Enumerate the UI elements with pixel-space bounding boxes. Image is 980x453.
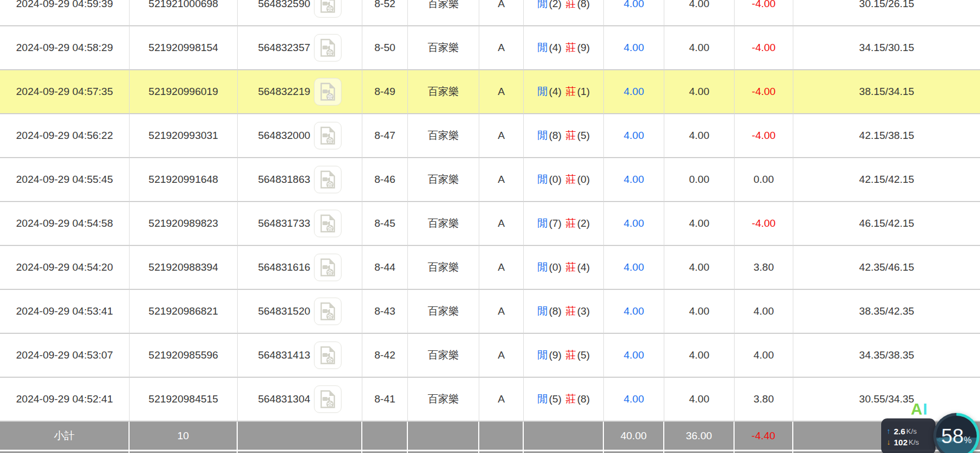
bet-id: 521920984515 [149, 393, 219, 405]
player-result-label: 閒 [537, 217, 548, 229]
bet-amount-link[interactable]: 4.00 [624, 130, 644, 141]
table-row: 2024-09-29 04:54:20 521920988394 5648316… [0, 246, 980, 290]
video-replay-button[interactable] [314, 298, 341, 325]
game-type: 百家樂 [428, 130, 459, 141]
player-result-score: (7) [549, 217, 562, 229]
seat-cell: A [479, 70, 524, 114]
download-speed-unit: K/s [909, 438, 919, 447]
video-replay-button[interactable] [314, 385, 341, 413]
balance-value: 42.15/38.15 [859, 130, 914, 141]
bet-time: 2024-09-29 04:56:22 [16, 130, 113, 141]
valid-amount: 0.00 [689, 174, 709, 185]
valid-amount: 4.00 [689, 349, 709, 361]
banker-result-label: 莊 [565, 0, 576, 9]
banker-result-score: (3) [577, 305, 590, 317]
balance-value: 30.55/34.35 [859, 393, 914, 405]
winloss-value: 3.80 [754, 261, 774, 273]
table-row: 2024-09-29 04:53:07 521920985596 5648314… [0, 334, 980, 378]
winloss-value: -4.00 [752, 86, 775, 97]
bet-amount-cell: 4.00 [604, 0, 664, 26]
game-id: 564832357 [258, 42, 310, 54]
bet-amount-cell: 4.00 [604, 70, 664, 114]
game-id: 564831413 [258, 349, 310, 361]
result-cell: 閒(8) 莊(5) [524, 114, 604, 158]
bet-amount-link[interactable]: 4.00 [624, 261, 644, 273]
game-type: 百家樂 [428, 217, 459, 229]
bet-amount-link[interactable]: 4.00 [624, 393, 644, 405]
player-result-label: 閒 [537, 130, 548, 141]
video-replay-button[interactable] [314, 210, 341, 237]
game-type-cell: 百家樂 [408, 70, 479, 114]
bet-amount-link[interactable]: 4.00 [624, 349, 644, 361]
upload-speed-unit: K/s [906, 427, 917, 436]
balance-cell: 42.35/46.15 [793, 246, 980, 290]
bet-amount-cell: 4.00 [604, 246, 664, 290]
bet-id-cell: 521920984515 [130, 378, 238, 422]
video-file-icon [320, 82, 336, 101]
seat-label: A [498, 217, 505, 229]
bet-amount-link[interactable]: 4.00 [624, 305, 644, 317]
bet-amount-link[interactable]: 4.00 [624, 174, 644, 185]
balance-cell: 34.35/38.35 [793, 334, 980, 378]
bet-time: 2024-09-29 04:52:41 [16, 393, 113, 405]
game-type-cell: 百家樂 [408, 334, 479, 378]
valid-amount: 4.00 [689, 217, 709, 229]
bet-amount-link[interactable]: 4.00 [624, 42, 644, 53]
bet-time: 2024-09-29 04:53:07 [16, 349, 113, 361]
banker-result-label: 莊 [565, 86, 576, 97]
player-result-label: 閒 [537, 349, 548, 361]
player-result-score: (4) [549, 42, 562, 53]
subtotal-bet-cell: 40.00 [604, 422, 664, 451]
subtotal-winloss-cell: -4.40 [735, 422, 793, 451]
bet-id: 521921000698 [149, 0, 219, 9]
subtotal-count: 10 [177, 430, 189, 441]
table-round-cell: 8-45 [362, 202, 408, 246]
winloss-cell: 3.80 [735, 246, 793, 290]
bet-amount-cell: 4.00 [604, 114, 664, 158]
video-replay-button[interactable] [314, 122, 341, 149]
network-speed-panel[interactable]: ↑ 2.6 K/s ↓ 102 K/s [881, 418, 936, 453]
game-type: 百家樂 [428, 393, 459, 405]
game-id: 564832219 [258, 86, 310, 98]
download-speed-value: 102 [894, 438, 908, 447]
time-cell: 2024-09-29 04:54:58 [0, 202, 130, 246]
banker-result-label: 莊 [565, 42, 576, 53]
subtotal-valid-total: 36.00 [686, 430, 712, 441]
video-replay-button[interactable] [314, 0, 341, 18]
video-file-icon [320, 214, 336, 233]
game-id-cell: 564832000 [238, 114, 362, 158]
table-round: 8-45 [374, 217, 395, 229]
video-replay-button[interactable] [314, 254, 341, 281]
seat-cell: A [479, 246, 524, 290]
bet-amount-link[interactable]: 4.00 [624, 86, 644, 97]
seat-label: A [498, 86, 505, 97]
result-cell: 閒(0) 莊(4) [524, 246, 604, 290]
table-round: 8-43 [374, 305, 395, 317]
winloss-value: -4.00 [752, 0, 775, 9]
bet-amount-link[interactable]: 4.00 [624, 217, 644, 229]
video-replay-button[interactable] [314, 166, 341, 193]
seat-cell: A [479, 290, 524, 334]
bet-amount-link[interactable]: 4.00 [624, 0, 644, 9]
time-cell: 2024-09-29 04:55:45 [0, 158, 130, 202]
seat-cell: A [479, 114, 524, 158]
banker-result-score: (8) [577, 393, 590, 405]
download-arrow-icon: ↓ [887, 438, 891, 447]
result-cell: 閒(4) 莊(1) [524, 70, 604, 114]
time-cell: 2024-09-29 04:58:29 [0, 26, 130, 70]
video-file-icon [320, 0, 336, 13]
upload-arrow-icon: ↑ [887, 427, 891, 436]
video-replay-button[interactable] [314, 78, 341, 105]
video-replay-button[interactable] [314, 342, 341, 369]
player-result-label: 閒 [537, 0, 548, 9]
table-round-cell: 8-41 [362, 378, 408, 422]
game-id: 564831616 [258, 261, 310, 273]
table-row: 2024-09-29 04:56:22 521920993031 5648320… [0, 114, 980, 158]
video-replay-button[interactable] [314, 34, 341, 61]
valid-amount-cell: 4.00 [664, 290, 735, 334]
winloss-cell: 3.80 [735, 378, 793, 422]
valid-amount-cell: 4.00 [664, 246, 735, 290]
seat-label: A [498, 174, 505, 185]
table-round: 8-42 [374, 349, 395, 361]
bet-id: 521920993031 [149, 130, 219, 141]
